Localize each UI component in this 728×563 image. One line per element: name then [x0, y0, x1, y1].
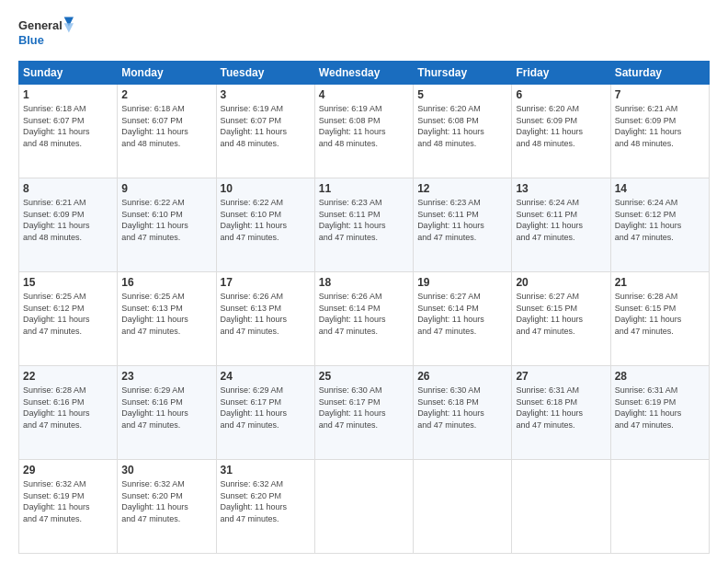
day-info: Sunrise: 6:18 AM Sunset: 6:07 PM Dayligh…	[121, 103, 211, 149]
day-cell: 21Sunrise: 6:28 AM Sunset: 6:15 PM Dayli…	[610, 272, 709, 366]
day-cell	[512, 460, 610, 554]
day-number: 26	[417, 370, 507, 383]
day-info: Sunrise: 6:28 AM Sunset: 6:16 PM Dayligh…	[23, 385, 113, 431]
day-cell: 5Sunrise: 6:20 AM Sunset: 6:08 PM Daylig…	[414, 85, 512, 178]
column-header-friday: Friday	[512, 62, 610, 85]
day-info: Sunrise: 6:32 AM Sunset: 6:19 PM Dayligh…	[23, 478, 113, 524]
day-cell: 16Sunrise: 6:25 AM Sunset: 6:13 PM Dayli…	[118, 272, 216, 366]
day-number: 19	[417, 276, 507, 289]
day-number: 16	[121, 276, 211, 289]
day-cell: 9Sunrise: 6:22 AM Sunset: 6:10 PM Daylig…	[118, 178, 216, 272]
day-info: Sunrise: 6:20 AM Sunset: 6:08 PM Dayligh…	[417, 103, 507, 149]
day-info: Sunrise: 6:26 AM Sunset: 6:14 PM Dayligh…	[319, 291, 409, 337]
day-number: 28	[615, 370, 705, 383]
day-info: Sunrise: 6:25 AM Sunset: 6:12 PM Dayligh…	[23, 291, 113, 337]
day-info: Sunrise: 6:32 AM Sunset: 6:20 PM Dayligh…	[221, 478, 311, 524]
day-info: Sunrise: 6:24 AM Sunset: 6:11 PM Dayligh…	[516, 197, 606, 243]
day-number: 15	[23, 276, 113, 289]
day-info: Sunrise: 6:26 AM Sunset: 6:13 PM Dayligh…	[221, 291, 311, 337]
day-cell: 31Sunrise: 6:32 AM Sunset: 6:20 PM Dayli…	[216, 460, 314, 554]
day-cell: 20Sunrise: 6:27 AM Sunset: 6:15 PM Dayli…	[512, 272, 610, 366]
day-info: Sunrise: 6:18 AM Sunset: 6:07 PM Dayligh…	[23, 103, 113, 149]
header: General Blue	[18, 15, 710, 52]
week-row-4: 22Sunrise: 6:28 AM Sunset: 6:16 PM Dayli…	[19, 366, 710, 460]
day-info: Sunrise: 6:19 AM Sunset: 6:08 PM Dayligh…	[319, 103, 409, 149]
day-number: 1	[23, 88, 113, 101]
svg-text:General: General	[18, 18, 63, 32]
day-number: 9	[121, 182, 211, 195]
day-number: 12	[417, 182, 507, 195]
day-cell: 6Sunrise: 6:20 AM Sunset: 6:09 PM Daylig…	[512, 85, 610, 178]
day-number: 11	[319, 182, 409, 195]
day-number: 10	[221, 182, 311, 195]
day-cell: 15Sunrise: 6:25 AM Sunset: 6:12 PM Dayli…	[19, 272, 118, 366]
day-cell: 4Sunrise: 6:19 AM Sunset: 6:08 PM Daylig…	[314, 85, 413, 178]
day-cell: 19Sunrise: 6:27 AM Sunset: 6:14 PM Dayli…	[414, 272, 512, 366]
column-header-wednesday: Wednesday	[314, 62, 413, 85]
day-info: Sunrise: 6:22 AM Sunset: 6:10 PM Dayligh…	[221, 197, 311, 243]
day-number: 21	[615, 276, 705, 289]
day-cell: 26Sunrise: 6:30 AM Sunset: 6:18 PM Dayli…	[414, 366, 512, 460]
day-cell: 13Sunrise: 6:24 AM Sunset: 6:11 PM Dayli…	[512, 178, 610, 272]
day-number: 20	[516, 276, 606, 289]
day-number: 7	[615, 88, 705, 101]
day-number: 5	[417, 88, 507, 101]
day-cell: 17Sunrise: 6:26 AM Sunset: 6:13 PM Dayli…	[216, 272, 314, 366]
day-number: 24	[221, 370, 311, 383]
day-number: 22	[23, 370, 113, 383]
day-info: Sunrise: 6:23 AM Sunset: 6:11 PM Dayligh…	[319, 197, 409, 243]
day-number: 25	[319, 370, 409, 383]
day-number: 17	[221, 276, 311, 289]
column-header-tuesday: Tuesday	[216, 62, 314, 85]
day-cell: 2Sunrise: 6:18 AM Sunset: 6:07 PM Daylig…	[118, 85, 216, 178]
column-header-thursday: Thursday	[414, 62, 512, 85]
column-header-sunday: Sunday	[19, 62, 118, 85]
day-cell	[610, 460, 709, 554]
day-cell: 25Sunrise: 6:30 AM Sunset: 6:17 PM Dayli…	[314, 366, 413, 460]
day-info: Sunrise: 6:22 AM Sunset: 6:10 PM Dayligh…	[121, 197, 211, 243]
day-cell: 1Sunrise: 6:18 AM Sunset: 6:07 PM Daylig…	[19, 85, 118, 178]
day-info: Sunrise: 6:27 AM Sunset: 6:15 PM Dayligh…	[516, 291, 606, 337]
day-cell: 14Sunrise: 6:24 AM Sunset: 6:12 PM Dayli…	[610, 178, 709, 272]
day-number: 31	[221, 464, 311, 477]
week-row-5: 29Sunrise: 6:32 AM Sunset: 6:19 PM Dayli…	[19, 460, 710, 554]
day-number: 29	[23, 464, 113, 477]
day-info: Sunrise: 6:30 AM Sunset: 6:17 PM Dayligh…	[319, 385, 409, 431]
day-info: Sunrise: 6:32 AM Sunset: 6:20 PM Dayligh…	[121, 478, 211, 524]
svg-text:Blue: Blue	[18, 33, 44, 47]
day-cell	[414, 460, 512, 554]
svg-marker-3	[64, 23, 74, 32]
day-cell: 11Sunrise: 6:23 AM Sunset: 6:11 PM Dayli…	[314, 178, 413, 272]
day-info: Sunrise: 6:20 AM Sunset: 6:09 PM Dayligh…	[516, 103, 606, 149]
calendar-header-row: SundayMondayTuesdayWednesdayThursdayFrid…	[19, 62, 710, 85]
day-info: Sunrise: 6:30 AM Sunset: 6:18 PM Dayligh…	[417, 385, 507, 431]
day-cell: 29Sunrise: 6:32 AM Sunset: 6:19 PM Dayli…	[19, 460, 118, 554]
day-number: 18	[319, 276, 409, 289]
day-number: 23	[121, 370, 211, 383]
week-row-3: 15Sunrise: 6:25 AM Sunset: 6:12 PM Dayli…	[19, 272, 710, 366]
week-row-1: 1Sunrise: 6:18 AM Sunset: 6:07 PM Daylig…	[19, 85, 710, 178]
day-info: Sunrise: 6:31 AM Sunset: 6:19 PM Dayligh…	[615, 385, 705, 431]
column-header-monday: Monday	[118, 62, 216, 85]
day-cell	[314, 460, 413, 554]
day-cell: 30Sunrise: 6:32 AM Sunset: 6:20 PM Dayli…	[118, 460, 216, 554]
day-info: Sunrise: 6:25 AM Sunset: 6:13 PM Dayligh…	[121, 291, 211, 337]
logo: General Blue	[18, 15, 74, 52]
day-info: Sunrise: 6:27 AM Sunset: 6:14 PM Dayligh…	[417, 291, 507, 337]
calendar: SundayMondayTuesdayWednesdayThursdayFrid…	[18, 61, 710, 554]
day-info: Sunrise: 6:29 AM Sunset: 6:17 PM Dayligh…	[221, 385, 311, 431]
day-info: Sunrise: 6:31 AM Sunset: 6:18 PM Dayligh…	[516, 385, 606, 431]
day-cell: 8Sunrise: 6:21 AM Sunset: 6:09 PM Daylig…	[19, 178, 118, 272]
day-cell: 10Sunrise: 6:22 AM Sunset: 6:10 PM Dayli…	[216, 178, 314, 272]
day-cell: 7Sunrise: 6:21 AM Sunset: 6:09 PM Daylig…	[610, 85, 709, 178]
day-cell: 12Sunrise: 6:23 AM Sunset: 6:11 PM Dayli…	[414, 178, 512, 272]
day-info: Sunrise: 6:24 AM Sunset: 6:12 PM Dayligh…	[615, 197, 705, 243]
day-cell: 23Sunrise: 6:29 AM Sunset: 6:16 PM Dayli…	[118, 366, 216, 460]
day-number: 6	[516, 88, 606, 101]
day-number: 13	[516, 182, 606, 195]
day-info: Sunrise: 6:29 AM Sunset: 6:16 PM Dayligh…	[121, 385, 211, 431]
day-number: 27	[516, 370, 606, 383]
day-cell: 27Sunrise: 6:31 AM Sunset: 6:18 PM Dayli…	[512, 366, 610, 460]
day-info: Sunrise: 6:19 AM Sunset: 6:07 PM Dayligh…	[221, 103, 311, 149]
day-info: Sunrise: 6:21 AM Sunset: 6:09 PM Dayligh…	[23, 197, 113, 243]
